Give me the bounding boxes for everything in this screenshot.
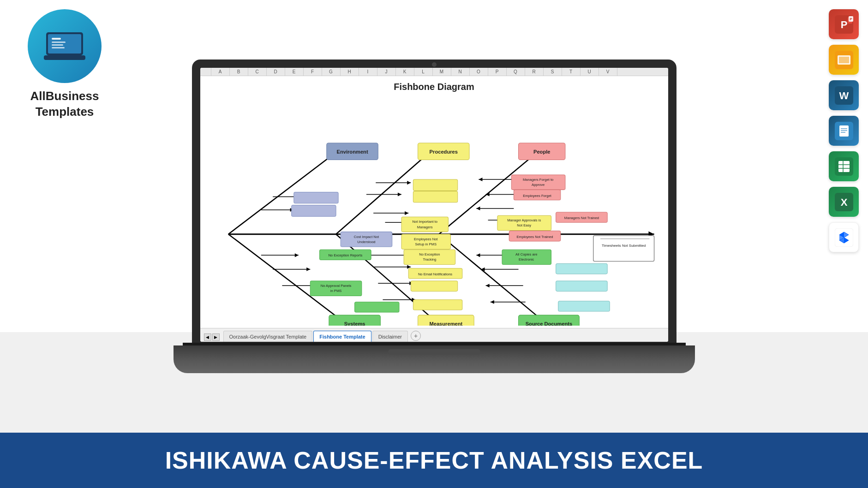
col-c: C	[248, 68, 267, 76]
banner-text: ISHIKAWA CAUSE-EFFECT ANALYSIS EXCEL	[165, 446, 703, 474]
svg-text:Employees Not: Employees Not	[413, 237, 437, 241]
svg-rect-79	[401, 234, 450, 249]
fishbone-svg: Environment Procedures People Systems	[200, 96, 668, 326]
col-j: J	[377, 68, 396, 76]
bottom-banner: ISHIKAWA CAUSE-EFFECT ANALYSIS EXCEL	[0, 433, 868, 488]
webcam	[432, 62, 437, 67]
svg-marker-28	[479, 178, 482, 181]
tab-fishbone[interactable]: Fishbone Template	[313, 331, 371, 342]
svg-text:No Exception: No Exception	[419, 252, 440, 256]
svg-rect-5	[52, 47, 65, 48]
svg-rect-70	[293, 192, 338, 203]
powerpoint-icon[interactable]: P P	[829, 9, 859, 39]
col-r: R	[525, 68, 544, 76]
col-o: O	[470, 68, 488, 76]
svg-marker-32	[476, 207, 480, 210]
svg-text:Approve: Approve	[531, 183, 544, 187]
microsoft-excel-icon[interactable]: X	[829, 187, 859, 217]
svg-text:Managers Forget to: Managers Forget to	[522, 178, 553, 182]
sheet-nav-right[interactable]: ▶	[212, 333, 220, 341]
svg-text:W: W	[839, 90, 849, 101]
diagram-title: Fishbone Diagram	[200, 76, 668, 96]
col-l: L	[414, 68, 433, 76]
svg-marker-20	[407, 181, 411, 184]
svg-text:Electronic: Electronic	[519, 257, 534, 262]
laptop-container: A B C D E F G H I J K L M N O	[125, 5, 743, 428]
logo-area: AllBusiness Templates	[9, 9, 120, 120]
svg-rect-123	[839, 57, 849, 63]
col-f: F	[304, 68, 322, 76]
svg-text:Not Important to: Not Important to	[412, 220, 437, 224]
svg-marker-38	[306, 268, 310, 271]
col-u: U	[581, 68, 599, 76]
col-b: B	[230, 68, 248, 76]
google-slides-icon[interactable]	[829, 45, 859, 75]
excel-content: A B C D E F G H I J K L M N O	[200, 68, 668, 342]
dropbox-icon[interactable]	[829, 222, 859, 252]
col-s: S	[544, 68, 562, 76]
col-g: G	[322, 68, 341, 76]
svg-text:Source Documents: Source Documents	[525, 321, 572, 326]
svg-rect-78	[413, 191, 457, 202]
svg-rect-130	[841, 132, 845, 133]
svg-rect-2	[52, 38, 61, 40]
svg-text:X: X	[840, 196, 847, 208]
svg-text:All Copies are: All Copies are	[515, 252, 537, 256]
col-t: T	[562, 68, 581, 76]
svg-text:Employees Forget: Employees Forget	[523, 194, 552, 198]
svg-rect-74	[401, 217, 448, 232]
col-p: P	[488, 68, 507, 76]
svg-rect-128	[841, 128, 847, 129]
svg-rect-129	[841, 130, 847, 131]
svg-text:Environment: Environment	[336, 149, 368, 155]
svg-rect-102	[502, 250, 551, 264]
svg-text:People: People	[533, 149, 550, 155]
svg-rect-4	[52, 44, 63, 46]
tab-oorzaak[interactable]: Oorzaak-GevolgVisgraat Template	[223, 331, 313, 342]
svg-text:Procedures: Procedures	[429, 149, 457, 155]
svg-marker-56	[490, 300, 494, 304]
svg-text:P: P	[840, 19, 847, 30]
svg-rect-1	[48, 34, 81, 54]
col-n: N	[451, 68, 470, 76]
svg-rect-107	[556, 264, 607, 274]
logo-icon	[42, 28, 88, 65]
sheet-nav-left[interactable]: ◀	[204, 333, 211, 341]
svg-text:No Approval Panels: No Approval Panels	[320, 284, 351, 288]
svg-marker-54	[485, 284, 489, 287]
microsoft-word-icon[interactable]: W	[829, 80, 859, 110]
svg-text:in PMS: in PMS	[330, 289, 341, 293]
sheet-tabs: ◀ ▶ Oorzaak-GevolgVisgraat Template Fish…	[200, 328, 668, 342]
svg-text:Timesheets Not Submitted: Timesheets Not Submitted	[602, 244, 646, 248]
right-icons-panel: P P W	[829, 9, 859, 252]
brand-name: AllBusiness Templates	[30, 89, 99, 120]
svg-marker-50	[476, 253, 480, 257]
svg-text:Systems: Systems	[344, 321, 365, 326]
svg-rect-108	[310, 281, 362, 296]
svg-marker-22	[397, 192, 401, 196]
svg-text:Not Easy: Not Easy	[517, 223, 531, 227]
svg-text:Employees Not Trained: Employees Not Trained	[516, 235, 553, 239]
svg-text:Setup in PMS: Setup in PMS	[415, 242, 436, 246]
col-a: A	[211, 68, 230, 76]
svg-text:Tracking: Tracking	[423, 257, 436, 262]
google-sheets-icon[interactable]	[829, 151, 859, 181]
svg-rect-99	[404, 250, 455, 264]
add-sheet-button[interactable]: +	[411, 331, 421, 341]
svg-text:Manager Approvals is: Manager Approvals is	[507, 218, 541, 222]
google-docs-icon[interactable]	[829, 116, 859, 146]
sheet-nav[interactable]: ◀ ▶	[204, 333, 221, 341]
svg-rect-114	[413, 300, 462, 310]
svg-rect-94	[593, 236, 654, 262]
laptop-base	[174, 345, 695, 373]
laptop-screen: A B C D E F G H I J K L M N O	[200, 68, 668, 342]
svg-text:Managers: Managers	[417, 225, 432, 229]
row-num-header	[200, 68, 211, 76]
svg-text:No Exception Reports: No Exception Reports	[328, 253, 362, 257]
svg-rect-71	[341, 232, 392, 247]
svg-text:No Email Notifications: No Email Notifications	[418, 272, 452, 276]
tab-disclaimer[interactable]: Disclaimer	[372, 331, 408, 342]
svg-rect-132	[838, 161, 850, 172]
col-k: K	[396, 68, 414, 76]
svg-text:Measurement: Measurement	[429, 321, 462, 326]
